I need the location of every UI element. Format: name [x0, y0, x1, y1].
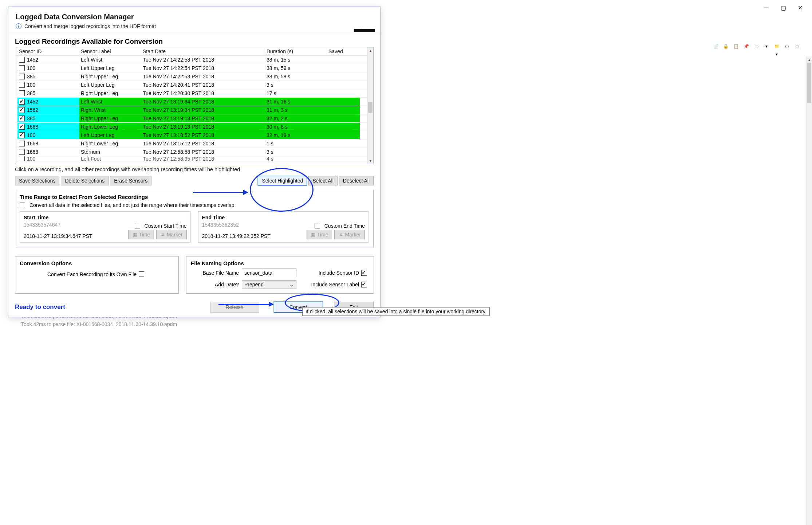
table-row[interactable]: 1452Left WristTue Nov 27 13:19:34 PST 20… [15, 98, 373, 106]
col-start-date[interactable]: Start Date [141, 47, 265, 55]
end-marker-button[interactable]: ≡Marker [334, 230, 365, 239]
cell-sensor-id: 100 [27, 65, 35, 71]
row-checkbox[interactable] [19, 141, 25, 146]
conversion-options-group: Conversion Options Convert Each Recordin… [15, 256, 179, 294]
dialog-header: Logged Data Conversion Manager i Convert… [8, 7, 380, 33]
scroll-thumb[interactable] [368, 102, 373, 113]
cell-sensor-id: 385 [27, 74, 35, 79]
conversion-options-title: Conversion Options [20, 260, 174, 266]
row-checkbox[interactable] [19, 65, 25, 71]
row-checkbox[interactable] [19, 82, 25, 88]
info-icon: i [16, 23, 21, 29]
include-sensor-label-checkbox[interactable] [361, 282, 367, 287]
table-row[interactable]: 1668SternumTue Nov 27 12:58:58 PST 20183… [15, 148, 373, 156]
cell-start-date: Tue Nov 27 14:22:53 PST 2018 [141, 73, 265, 81]
dialog-title: Logged Data Conversion Manager [16, 13, 373, 21]
row-checkbox[interactable] [19, 115, 25, 121]
row-checkbox[interactable] [19, 124, 25, 130]
toolbar-icon[interactable]: ▭ [793, 42, 801, 50]
table-row[interactable]: 1668Right Lower LegTue Nov 27 13:19:13 P… [15, 123, 373, 131]
scroll-up-icon[interactable]: ▴ [367, 47, 373, 54]
cell-start-date: Tue Nov 27 14:22:54 PST 2018 [141, 64, 265, 72]
parent-minimize-button[interactable]: ─ [758, 2, 775, 13]
toolbar-icon[interactable]: 🔒 [722, 42, 730, 50]
custom-end-checkbox[interactable]: Custom End Time [315, 223, 365, 229]
cell-sensor-id: 100 [27, 82, 35, 88]
parent-maximize-button[interactable]: ▢ [775, 2, 792, 13]
checkbox-icon [20, 203, 25, 208]
cell-sensor-label: Left Upper Leg [79, 131, 141, 139]
toolbar-icon[interactable]: ▾ [762, 42, 770, 50]
custom-start-checkbox[interactable]: Custom Start Time [135, 223, 187, 229]
col-saved[interactable]: Saved [327, 47, 360, 55]
chevron-down-icon: ⌄ [289, 282, 294, 287]
table-row[interactable]: 1668Right Lower LegTue Nov 27 13:15:12 P… [15, 140, 373, 148]
add-date-dropdown[interactable]: Prepend ⌄ [242, 280, 296, 289]
cell-sensor-id: 1452 [27, 99, 38, 105]
toolbar-icon[interactable]: 📋 [732, 42, 740, 50]
parent-close-button[interactable]: ✕ [792, 2, 808, 13]
toolbar-icon[interactable]: 📄 [712, 42, 720, 50]
start-time-panel: Start Time 1543353574647 Custom Start Ti… [20, 211, 191, 243]
conversion-manager-dialog: Logged Data Conversion Manager i Convert… [8, 7, 381, 317]
select-all-button[interactable]: Select All [308, 176, 338, 185]
delete-selections-button[interactable]: Delete Selections [61, 176, 109, 185]
start-time-button[interactable]: ▦Time [128, 230, 154, 239]
row-checkbox[interactable] [19, 74, 25, 79]
cell-duration: 31 m, 3 s [265, 106, 327, 114]
clock-icon: ▦ [132, 232, 137, 238]
table-row[interactable]: 100Left Upper LegTue Nov 27 13:18:52 PST… [15, 131, 373, 140]
add-date-label: Add Date? [191, 282, 242, 287]
table-row[interactable]: 385Right Upper LegTue Nov 27 13:19:13 PS… [15, 114, 373, 123]
table-row[interactable]: 385Right Upper LegTue Nov 27 14:22:53 PS… [15, 73, 373, 81]
cell-sensor-label: Right Upper Leg [79, 73, 141, 81]
toolbar-icon[interactable]: 📁▾ [773, 42, 781, 50]
table-scrollbar[interactable]: ▴ ▾ [367, 47, 373, 164]
cell-sensor-label: Right Lower Leg [79, 140, 141, 148]
refresh-button[interactable]: Refresh [210, 302, 259, 313]
include-sensor-id-checkbox[interactable] [361, 270, 367, 276]
start-marker-button[interactable]: ≡Marker [156, 230, 187, 239]
col-sensor-label[interactable]: Sensor Label [79, 47, 141, 55]
scroll-down-icon[interactable]: ▾ [367, 158, 373, 164]
row-checkbox[interactable] [19, 149, 25, 155]
parent-right-scrollbar[interactable]: ▴ [806, 56, 812, 525]
row-checkbox[interactable] [19, 132, 25, 138]
select-highlighted-button[interactable]: Select Highlighted [258, 176, 307, 185]
table-row[interactable]: 100Left FootTue Nov 27 12:58:35 PST 2018… [15, 156, 373, 161]
row-checkbox[interactable] [19, 57, 25, 63]
row-checkbox[interactable] [19, 99, 25, 105]
cell-saved [327, 123, 360, 131]
cell-sensor-id: 1668 [27, 124, 38, 130]
table-row[interactable]: 385Right Upper LegTue Nov 27 14:20:30 PS… [15, 89, 373, 98]
cell-sensor-label: Left Upper Leg [79, 81, 141, 89]
row-checkbox[interactable] [19, 156, 25, 161]
table-row[interactable]: 100Left Upper LegTue Nov 27 14:22:54 PST… [15, 64, 373, 73]
cell-saved [327, 156, 360, 161]
toolbar-icon[interactable]: ▭ [783, 42, 791, 50]
deselect-all-button[interactable]: Deselect All [339, 176, 374, 185]
start-time-human: 2018-11-27 13:19:34.647 PST [24, 233, 92, 239]
toolbar-icon[interactable]: ▭ [752, 42, 760, 50]
convert-all-label: Convert all data in the selected files, … [29, 202, 234, 208]
save-selections-button[interactable]: Save Selections [15, 176, 59, 185]
cell-sensor-label: Left Upper Leg [79, 64, 141, 72]
col-duration[interactable]: Duration (s) [265, 47, 327, 55]
convert-all-checkbox[interactable]: Convert all data in the selected files, … [20, 202, 234, 208]
erase-sensors-button[interactable]: Erase Sensors [110, 176, 151, 185]
table-row[interactable]: 100Left Upper LegTue Nov 27 14:20:41 PST… [15, 81, 373, 89]
annotation-arrow [218, 304, 273, 305]
cell-duration: 32 m, 2 s [265, 114, 327, 122]
toolbar-icon[interactable]: 📌 [742, 42, 750, 50]
annotation-arrow [193, 192, 248, 193]
row-checkbox[interactable] [19, 107, 25, 113]
table-row[interactable]: 1562Right WristTue Nov 27 13:19:34 PST 2… [15, 106, 373, 114]
own-file-checkbox[interactable]: Convert Each Recording to its Own File [47, 271, 146, 277]
cell-sensor-label: Right Upper Leg [79, 114, 141, 122]
row-checkbox[interactable] [19, 90, 25, 96]
cell-start-date: Tue Nov 27 14:20:30 PST 2018 [141, 89, 265, 97]
end-time-button[interactable]: ▦Time [307, 230, 332, 239]
col-sensor-id[interactable]: Sensor ID [17, 47, 79, 55]
base-file-name-input[interactable] [242, 269, 296, 277]
table-row[interactable]: 1452Left WristTue Nov 27 14:22:58 PST 20… [15, 56, 373, 64]
